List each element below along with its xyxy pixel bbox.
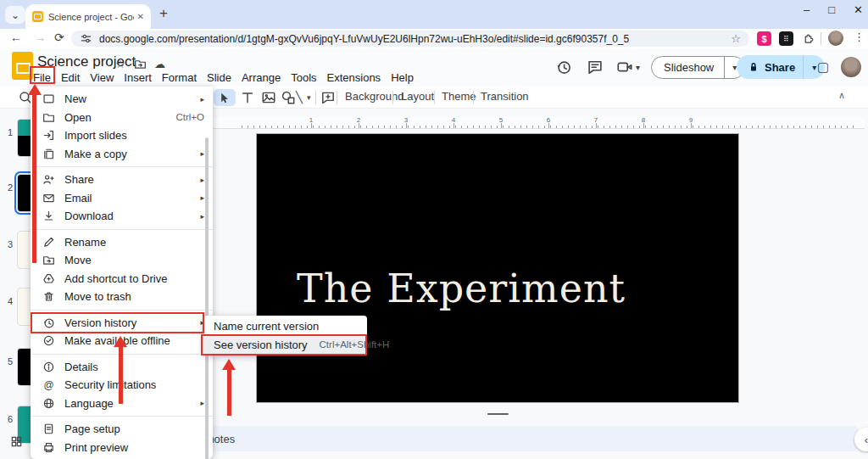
bookmark-star-icon[interactable]: ☆ (731, 32, 741, 45)
menu-edit[interactable]: Edit (56, 70, 85, 85)
download-icon (42, 210, 55, 222)
grid-view-icon[interactable] (10, 435, 23, 448)
file-menu-item-add-shortcut-to-drive[interactable]: Add shortcut to Drive (31, 270, 213, 288)
text-box-tool-icon[interactable] (240, 90, 255, 105)
application-window: ⌄ Science project - Google Slides ✕ + – … (0, 0, 868, 459)
menu-format[interactable]: Format (157, 70, 202, 85)
submenu-arrow-icon: ▸ (200, 399, 204, 407)
menu-help[interactable]: Help (386, 70, 419, 85)
url-bar[interactable]: docs.google.com/presentation/d/1gtgM-gxQ… (71, 31, 749, 47)
annotation-box-version-history (31, 312, 204, 333)
menu-view[interactable]: View (85, 70, 119, 85)
transition-button[interactable]: Transition (481, 90, 529, 103)
slide-number: 4 (8, 296, 13, 306)
ruler-number: 4 (452, 116, 455, 124)
menu-separator (31, 416, 213, 417)
file-menu-item-move-to-trash[interactable]: Move to trash (31, 288, 213, 306)
browser-profile-avatar[interactable] (828, 31, 843, 46)
person-add-icon (42, 173, 55, 186)
menu-tools[interactable]: Tools (286, 70, 321, 85)
annotation-arrow-version-history-line (119, 346, 123, 404)
window-close-button[interactable]: ✕ (854, 3, 863, 16)
line-dropdown-icon[interactable]: ▾ (307, 93, 311, 102)
move-to-folder-icon[interactable] (134, 58, 147, 70)
file-menu-item-page-setup[interactable]: Page setup (31, 420, 213, 439)
chevron-left-icon: ‹ (865, 434, 868, 446)
file-menu-item-move[interactable]: Move (31, 251, 213, 270)
meet-camera-icon[interactable] (616, 59, 633, 76)
extension-dark-icon[interactable]: ⠿ (779, 31, 793, 46)
camera-dropdown-icon[interactable]: ▾ (636, 63, 640, 72)
new-tab-button[interactable]: + (159, 5, 168, 22)
menu-extensions[interactable]: Extensions (322, 70, 387, 85)
slide-number: 3 (8, 239, 13, 249)
annotation-arrow-file-line (32, 94, 36, 263)
account-avatar[interactable] (841, 57, 861, 77)
collapse-toolbar-icon[interactable]: ∧ (838, 90, 845, 101)
trash-icon (42, 290, 55, 303)
ruler-number: 5 (499, 116, 503, 124)
file-menu-item-import-slides[interactable]: Import slides (31, 126, 213, 145)
select-tool-icon[interactable] (218, 92, 231, 104)
insert-line-icon[interactable]: ╲ (296, 91, 303, 106)
submenu-arrow-icon: ▸ (200, 95, 204, 104)
menu-arrange[interactable]: Arrange (236, 70, 286, 85)
insert-comment-icon[interactable] (320, 90, 336, 105)
version-history-icon[interactable] (555, 59, 572, 76)
file-menu-item-rename[interactable]: Rename (31, 233, 213, 252)
drive-add-icon (42, 272, 55, 285)
print-icon (42, 441, 55, 454)
submenu-arrow-icon: ▸ (200, 176, 204, 184)
refresh-icon[interactable]: ⟳ (54, 31, 64, 44)
file-menu-item-open[interactable]: Open Ctrl+O (31, 109, 213, 127)
file-menu-item-share[interactable]: Share ▸ (31, 171, 213, 189)
comments-icon[interactable] (587, 59, 604, 76)
focus-mode-icon[interactable]: ▢ (817, 59, 829, 75)
slide-title-text[interactable]: The Experiment (297, 266, 626, 311)
slide-canvas[interactable]: The Experiment (256, 133, 739, 403)
extensions-puzzle-icon[interactable] (801, 31, 815, 46)
slides-favicon-icon (32, 11, 43, 22)
menu-scrollbar[interactable] (205, 137, 209, 459)
import-icon (42, 129, 55, 142)
ruler-number: 2 (357, 116, 360, 124)
ruler-number: 6 (547, 116, 550, 124)
file-menu-item-download[interactable]: Download ▸ (31, 207, 213, 226)
file-menu-item-email[interactable]: Email ▸ (31, 189, 213, 208)
slideshow-button[interactable]: Slideshow ▾ (651, 56, 745, 79)
tab-list-button[interactable]: ⌄ (5, 6, 25, 24)
copy-icon (42, 148, 55, 160)
folder-move-icon (42, 254, 55, 266)
submenu-arrow-icon: ▸ (200, 193, 204, 202)
background-button[interactable]: Background (345, 90, 403, 103)
submenu-arrow-icon: ▸ (200, 149, 204, 158)
menu-slide[interactable]: Slide (202, 70, 236, 85)
submenu-arrow-icon: ▸ (200, 212, 204, 221)
file-menu-item-new[interactable]: New ▸ (31, 90, 213, 109)
share-button[interactable]: Share ▾ (737, 55, 825, 79)
insert-image-icon[interactable] (261, 90, 276, 105)
window-minimize-button[interactable]: – (804, 3, 810, 16)
url-text: docs.google.com/presentation/d/1gtgM-gxQ… (99, 33, 731, 45)
tab-close-icon[interactable]: ✕ (137, 12, 144, 21)
ruler-number: 9 (689, 116, 693, 124)
forward-icon[interactable]: → (34, 31, 46, 44)
theme-button[interactable]: Theme (442, 90, 476, 103)
envelope-icon (42, 192, 55, 204)
browser-menu-kebab-icon[interactable]: ⋮ (854, 31, 865, 43)
menu-separator (31, 229, 213, 230)
insert-shape-icon[interactable] (281, 90, 296, 105)
star-document-icon[interactable]: ☆ (115, 58, 125, 70)
back-icon[interactable]: ← (10, 31, 22, 44)
submenu-item-name-current-version[interactable]: Name current version (203, 316, 367, 335)
extension-dollar-icon[interactable]: $ (757, 31, 771, 46)
menu-insert[interactable]: Insert (119, 70, 157, 85)
file-menu-item-make-a-copy[interactable]: Make a copy ▸ (31, 145, 213, 164)
layout-button[interactable]: Layout (401, 90, 434, 103)
cloud-status-icon: ☁ (154, 58, 165, 70)
site-info-icon[interactable] (80, 32, 92, 45)
file-menu-item-print-preview[interactable]: Print preview (31, 439, 213, 457)
browser-tab[interactable]: Science project - Google Slides ✕ (25, 4, 151, 29)
notes-resize-handle[interactable] (487, 413, 509, 415)
window-maximize-button[interactable]: □ (828, 3, 835, 16)
